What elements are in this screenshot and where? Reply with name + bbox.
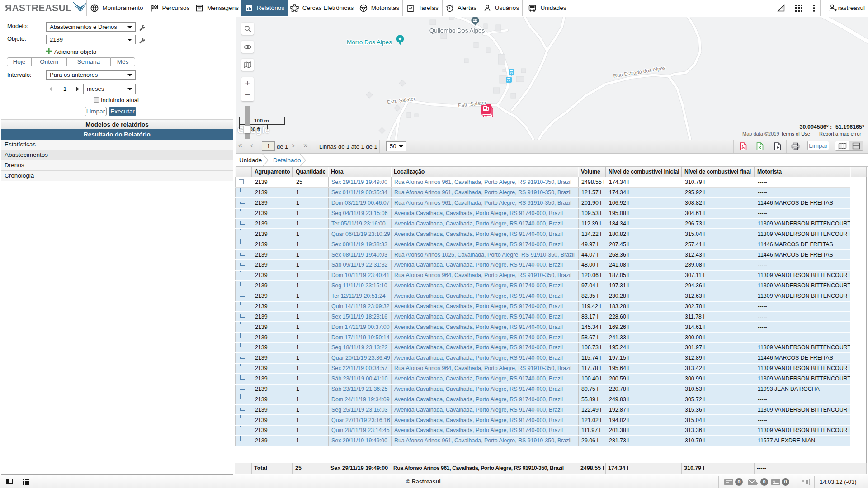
svg-text:Morro Dos Alpes: Morro Dos Alpes	[347, 39, 392, 46]
svg-text:Quilombo Dos Alpes: Quilombo Dos Alpes	[429, 27, 485, 34]
